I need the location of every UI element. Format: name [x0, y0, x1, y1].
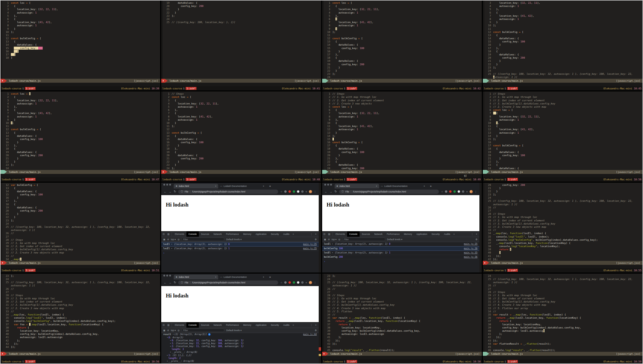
- devtools-tab-memory[interactable]: Memory: [241, 322, 253, 328]
- console-log-row[interactable]: ▾0: Array(3): [161, 336, 318, 339]
- console-log-row[interactable]: ▸0: {location_key: 32, config_key: 100, …: [161, 339, 318, 342]
- devtools-tab-elements[interactable]: Elements: [173, 322, 186, 328]
- console-log-row[interactable]: ▸2: {location_key: 11, config_key: 100, …: [161, 345, 318, 348]
- devtools-kebab-icon[interactable]: ⋮: [310, 233, 313, 235]
- console-log-row[interactable]: ▸1: {location_key: 22, config_key: 100, …: [161, 342, 318, 345]
- tmux-window-name[interactable]: 1:zsh*: [507, 87, 518, 90]
- extension-icon[interactable]: [293, 281, 295, 284]
- back-button[interactable]: ←: [164, 190, 167, 193]
- back-button[interactable]: ←: [325, 190, 327, 193]
- code-area[interactable]: 1// Steps2// 1. Go with map through loc3…: [322, 91, 482, 170]
- tmux-window-name[interactable]: 1:zsh*: [25, 360, 36, 363]
- code-area[interactable]: 23];2425// [{config_key: 100, location_k…: [1, 274, 160, 352]
- profile-avatar[interactable]: [309, 281, 312, 284]
- tmux-window-name[interactable]: 1:zsh*: [186, 87, 196, 90]
- inspect-element-icon[interactable]: ⊡: [163, 324, 165, 326]
- console-source-link[interactable]: main.js:35: [303, 243, 317, 245]
- devtools-tab-network[interactable]: Network: [372, 231, 384, 237]
- extension-icon[interactable]: [449, 190, 452, 193]
- bookmark-star-icon[interactable]: ☆: [280, 190, 282, 193]
- eye-icon[interactable]: ◎: [178, 329, 180, 332]
- devtools-tab-audits[interactable]: Audits: [281, 322, 292, 328]
- console-filter-input[interactable]: Filter: [181, 328, 224, 332]
- extension-icon[interactable]: [288, 281, 291, 284]
- code-area[interactable]: 23];2425// [{config_key: 100, location_k…: [322, 274, 482, 352]
- console-settings-gear-icon[interactable]: ⚙: [315, 238, 317, 241]
- devtools-tab-sources[interactable]: Sources: [199, 231, 211, 237]
- log-levels-dropdown[interactable]: Default levels ▾: [387, 238, 403, 241]
- devtools-tab-audits[interactable]: Audits: [281, 231, 292, 237]
- console-source-link[interactable]: main.js:35: [303, 247, 317, 250]
- page-info-icon[interactable]: ⓘ: [181, 190, 183, 193]
- devtools-overflow-icon[interactable]: »: [293, 324, 294, 326]
- forward-button[interactable]: →: [169, 190, 172, 193]
- clear-console-icon[interactable]: ⊘: [167, 329, 169, 332]
- tmux-window-name[interactable]: 1:zsh*: [507, 360, 518, 363]
- extension-icon[interactable]: [288, 190, 291, 193]
- console-prompt[interactable]: ›: [161, 363, 318, 363]
- clear-console-icon[interactable]: ⊘: [328, 238, 330, 241]
- inspect-element-icon[interactable]: ⊡: [323, 233, 326, 235]
- new-tab-button[interactable]: +: [430, 185, 432, 188]
- console-log-row[interactable]: bulkConfig 200main.js:36: [322, 255, 479, 259]
- console-settings-gear-icon[interactable]: ⚙: [315, 329, 317, 332]
- devtools-tab-application[interactable]: Application: [253, 231, 269, 237]
- log-levels-dropdown[interactable]: Default levels ▾: [226, 329, 242, 332]
- menu-icon[interactable]: ≡: [305, 190, 307, 193]
- address-bar[interactable]: ⓘFile|/Users/ejiqpep/Projects/tmp/lodash…: [178, 190, 278, 194]
- browser-tab[interactable]: —Lodash Documentation×: [379, 184, 427, 188]
- console-source-link[interactable]: main.js:35: [464, 251, 478, 254]
- reload-button[interactable]: ↻: [335, 190, 337, 193]
- tmux-window-name[interactable]: 1:zsh*: [347, 360, 357, 363]
- code-area[interactable]: 12var bulkConfig = [13 {14 dataValues: {…: [1, 183, 160, 261]
- window-controls[interactable]: [163, 183, 171, 188]
- bookmark-star-icon[interactable]: ☆: [441, 190, 443, 193]
- console-log-row[interactable]: locEl ▸ {location_key: Array(3), autoass…: [322, 242, 479, 246]
- address-bar[interactable]: ⓘFile|/Users/ejiqpep/Projects/tmp/lodash…: [178, 280, 278, 285]
- extension-icon[interactable]: [453, 190, 456, 193]
- tab-close-icon[interactable]: ×: [263, 185, 264, 187]
- eye-icon[interactable]: ◎: [338, 238, 340, 241]
- console-log-row[interactable]: ▸__proto__: Array(0): [161, 359, 318, 362]
- devtools-tab-performance[interactable]: Performance: [385, 231, 402, 237]
- inspect-element-icon[interactable]: ⊡: [163, 233, 165, 235]
- tmux-window-name[interactable]: 1:zsh*: [25, 87, 36, 90]
- clear-console-icon[interactable]: ⊘: [167, 238, 169, 241]
- console-sidebar-icon[interactable]: ▣: [163, 238, 165, 241]
- tab-close-icon[interactable]: ×: [424, 185, 425, 187]
- console-prompt[interactable]: ›: [322, 259, 479, 264]
- devtools-close-icon[interactable]: ×: [315, 324, 317, 326]
- extension-icon[interactable]: [462, 190, 464, 193]
- devtools-overflow-icon[interactable]: »: [293, 233, 294, 235]
- devtools-tab-audits[interactable]: Audits: [442, 231, 452, 237]
- eye-icon[interactable]: ◎: [178, 238, 180, 241]
- devtools-tab-sources[interactable]: Sources: [199, 322, 211, 328]
- code-area[interactable]: 1const loc = [2 {3 location_key: [32, 22…: [1, 91, 160, 170]
- devtools-tab-elements[interactable]: Elements: [173, 231, 186, 237]
- code-area[interactable]: 1// Steps2// 1. Go with map through loc3…: [483, 91, 642, 170]
- tmux-window-name[interactable]: 1:zsh*: [186, 178, 196, 181]
- browser-tab[interactable]: —Lodash Documentation×: [218, 184, 266, 188]
- console-log-row[interactable]: length: 3: [161, 348, 318, 351]
- log-levels-dropdown[interactable]: Default levels ▾: [226, 238, 242, 241]
- devtools-tab-security[interactable]: Security: [269, 322, 281, 328]
- console-log-row[interactable]: bulkConfig 100main.js:36: [322, 246, 479, 251]
- tab-close-icon[interactable]: ×: [376, 185, 377, 187]
- console-log-row[interactable]: locEl ▸ {location_key: Array(2), autoass…: [161, 247, 318, 251]
- code-area[interactable]: 19 dataValues: {20 config_key: 20021 }22…: [161, 1, 321, 79]
- reload-button[interactable]: ↻: [174, 190, 176, 193]
- browser-tab[interactable]: ◉index.html×: [335, 184, 379, 188]
- browser-tab[interactable]: ◉index.html×: [174, 184, 218, 188]
- console-log-row[interactable]: result ▾(2) [Array(3), Array(2)] imain.j…: [161, 333, 318, 336]
- tmux-window-name[interactable]: 1:zsh*: [507, 178, 518, 181]
- devtools-tab-sources[interactable]: Sources: [360, 231, 372, 237]
- code-area[interactable]: 1// Steps2const loc = [3 {4 location_key…: [161, 91, 321, 170]
- forward-button[interactable]: →: [169, 281, 172, 284]
- console-log-row[interactable]: ▸__proto__: Array(0): [161, 351, 318, 354]
- back-button[interactable]: ←: [164, 281, 167, 284]
- devtools-tab-network[interactable]: Network: [211, 231, 224, 237]
- console-source-link[interactable]: main.js:44: [303, 333, 317, 336]
- extension-icon[interactable]: [297, 281, 299, 284]
- page-info-icon[interactable]: ⓘ: [342, 190, 344, 193]
- kebab-menu-icon[interactable]: ⋮: [314, 281, 316, 284]
